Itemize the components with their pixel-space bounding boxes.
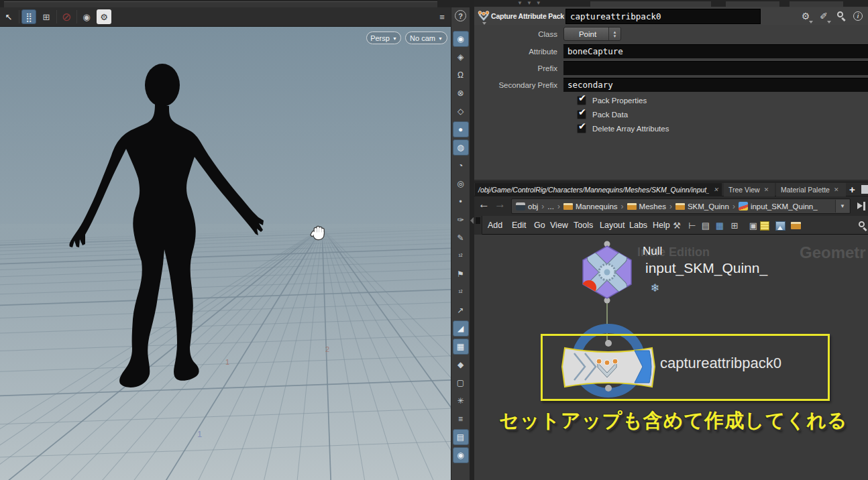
search-icon[interactable] [857, 220, 868, 231]
forward-button[interactable]: → [494, 198, 506, 211]
toolbar-separator [56, 10, 57, 23]
multipass-icon[interactable]: ≡ [453, 411, 469, 427]
spinner-icon[interactable]: ▲▼ [608, 27, 620, 40]
display-options-icon[interactable]: ≡ [435, 9, 449, 24]
null-node[interactable] [582, 241, 631, 304]
snapshot-camera-icon[interactable]: ◉ [79, 9, 94, 24]
breadcrumb[interactable]: obj › ... › Mannequins › Meshes › SKM_Qu… [511, 198, 851, 214]
camera-menu[interactable]: No cam▼ [405, 32, 447, 44]
view-pin-icon[interactable]: ◉ [453, 447, 469, 463]
class-dropdown[interactable]: Point▲▼ [563, 27, 621, 41]
bbox-display-icon[interactable]: ▢ [453, 375, 469, 391]
show-handles-icon[interactable]: ◔ [453, 158, 469, 174]
menu-edit[interactable]: Edit [512, 221, 527, 230]
sticky-note-icon[interactable] [759, 220, 771, 231]
new-tab-button[interactable]: + [849, 184, 855, 195]
breadcrumb-obj[interactable]: obj [528, 202, 538, 211]
info-icon[interactable]: i [851, 9, 865, 23]
left-pane-tab-edge[interactable] [4, 1, 437, 7]
scrollbar-stub[interactable] [474, 216, 482, 235]
close-icon[interactable]: ✕ [834, 186, 839, 193]
secure-selection-icon[interactable]: ⣿ [21, 9, 36, 24]
vectors-icon[interactable]: ✳ [453, 393, 469, 409]
shaded-prims-icon[interactable]: ◢ [453, 320, 469, 337]
background-image-icon[interactable]: ▤ [453, 429, 469, 445]
tab-material-palette[interactable]: Material Palette✕ [776, 183, 846, 196]
path-dropdown-button[interactable]: ▼ [835, 200, 849, 213]
tab-tree-view[interactable]: Tree View✕ [724, 183, 775, 196]
hide-objects-icon[interactable]: ⊗ [453, 85, 469, 101]
pane-tab-edge[interactable] [790, 1, 843, 7]
menu-help[interactable]: Help [653, 221, 670, 230]
tab-network-path[interactable]: /obj/Game/ControlRig/Characters/Mannequi… [475, 183, 722, 196]
textured-mode-icon[interactable]: ▦ [453, 339, 469, 355]
attribute-field[interactable]: boneCapture [563, 44, 868, 58]
node-name-field[interactable]: captureattribpack0 [565, 9, 761, 24]
close-icon[interactable]: ✕ [764, 186, 769, 193]
windows-icon[interactable]: ▣ [747, 220, 759, 231]
null-node-name-label[interactable]: input_SKM_Quinn_ [645, 260, 767, 276]
background-image-icon[interactable] [774, 220, 786, 231]
close-icon[interactable]: ✕ [713, 186, 718, 193]
breadcrumb-ellipsis[interactable]: ... [547, 202, 554, 211]
prim-markers-icon[interactable]: ⚑ [453, 266, 469, 282]
divider-handle[interactable] [470, 217, 474, 224]
ghost-objects-icon[interactable]: ◇ [453, 103, 469, 119]
menu-tools[interactable]: Tools [574, 221, 593, 230]
help-icon[interactable]: ? [455, 10, 466, 21]
thumbnails-icon[interactable]: ⊞ [728, 220, 741, 231]
breadcrumb-input-skm-quinn[interactable]: input_SKM_Quinn_ [751, 202, 818, 211]
chevron-down-icon[interactable] [482, 22, 486, 25]
point-normals-icon[interactable]: ✎ [453, 230, 469, 246]
breadcrumb-skm-quinn[interactable]: SKM_Quinn [688, 202, 729, 211]
toolbar-separator [19, 10, 19, 23]
prim-numbers-icon[interactable]: ¹² [453, 284, 469, 300]
pack-properties-checkbox[interactable]: ✔ [577, 96, 586, 105]
pane-maximize-button[interactable] [861, 185, 868, 194]
menu-go[interactable]: Go [534, 221, 545, 230]
point-numbers-icon[interactable]: ¹² [453, 248, 469, 264]
points-display-icon[interactable]: • [453, 194, 469, 210]
shaded-mode-icon[interactable]: ◍ [453, 139, 469, 156]
camera-view-icon[interactable]: ◎ [453, 176, 469, 192]
perspective-menu[interactable]: Persp▼ [366, 32, 401, 44]
pack-node-name-label[interactable]: captureattribpack0 [660, 355, 781, 372]
particles-icon[interactable]: ◆ [453, 357, 469, 373]
profile-curve-icon[interactable]: ↗ [453, 302, 469, 318]
select-zoom-icon[interactable]: ⊞ [39, 9, 54, 24]
settings-gear-icon[interactable]: ⚙ [97, 9, 111, 24]
menu-layout[interactable]: Layout [600, 221, 625, 230]
search-icon[interactable] [834, 9, 848, 23]
breadcrumb-meshes[interactable]: Meshes [639, 202, 666, 211]
tree-icon[interactable]: ⊢ [686, 220, 698, 231]
select-tool-icon[interactable]: ↖ [1, 9, 16, 24]
grid-view-icon[interactable]: ▦ [714, 220, 726, 231]
back-button[interactable]: ← [478, 198, 490, 211]
point-markers-icon[interactable]: ✑ [453, 212, 469, 228]
lock-icon[interactable]: Ω [453, 67, 469, 83]
scene-viewport[interactable]: 1 2 1 [0, 27, 451, 480]
display-options-toolbar: ? ◉ ◈ Ω ⊗ ◇ ● ◍ ◔ ◎ • ✑ ✎ ¹² ⚑ ¹² ↗ ◢ ▦ … [451, 7, 470, 480]
tools-icon[interactable]: ⚒ [671, 220, 683, 231]
list-icon[interactable]: ▤ [700, 220, 712, 231]
pane-scroll-arrows[interactable]: ▼▼▼ [517, 0, 545, 6]
breadcrumb-mannequins[interactable]: Mannequins [576, 202, 618, 211]
pack-data-checkbox[interactable]: ✔ [577, 110, 586, 119]
geo-container-icon[interactable] [790, 220, 802, 231]
menu-labs[interactable]: Labs [629, 221, 647, 230]
disable-icon[interactable]: ⊘ [59, 9, 74, 24]
secondary-prefix-field[interactable]: secondary [563, 78, 868, 92]
pane-divider[interactable] [470, 0, 474, 480]
menu-view[interactable]: View [550, 221, 568, 230]
capture-attribute-pack-icon[interactable] [478, 10, 490, 22]
pane-tab-edge[interactable] [726, 1, 779, 7]
network-editor[interactable]: Indie Edition Geometr [474, 235, 868, 480]
freeze-snowflake-icon[interactable]: ❄ [651, 282, 659, 294]
pane-tab-edge[interactable] [590, 1, 711, 7]
delete-array-attributes-checkbox[interactable]: ✔ [577, 124, 586, 133]
prefix-field[interactable] [563, 61, 868, 75]
menu-add[interactable]: Add [488, 221, 502, 230]
view-tool-icon[interactable]: ◉ [453, 31, 469, 47]
geometry-select-icon[interactable]: ◈ [453, 49, 469, 65]
display-objects-icon[interactable]: ● [453, 121, 469, 137]
